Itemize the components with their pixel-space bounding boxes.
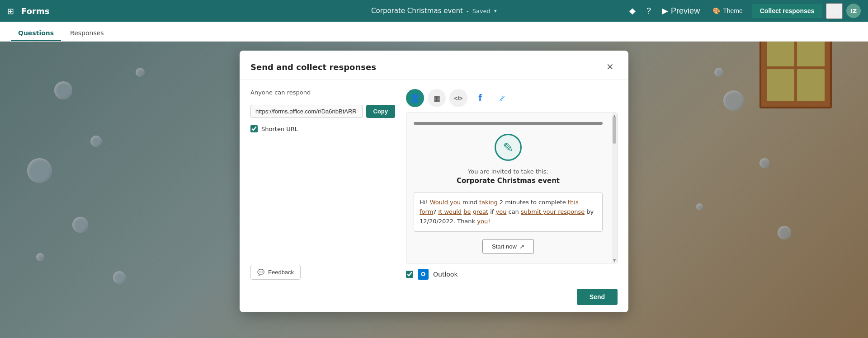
preview-icon: ▶ xyxy=(662,6,668,16)
avatar-initials: IZ xyxy=(850,8,857,14)
preview-top-bar xyxy=(414,122,603,125)
preview-button[interactable]: ▶ Preview xyxy=(658,4,703,18)
share-icons-row: 👤 ▦ </> f 𝕫 xyxy=(406,89,618,107)
theme-label: Theme xyxy=(723,7,743,14)
help-icon: ? xyxy=(646,6,651,16)
share-link-icon: 👤 xyxy=(410,93,420,103)
modal-header: Send and collect responses ✕ xyxy=(240,51,628,80)
grid-icon[interactable]: ⊞ xyxy=(7,6,14,16)
app-title: Forms xyxy=(21,6,49,16)
preview-scrollbar[interactable]: ▲ ▼ xyxy=(612,113,617,263)
send-row: Send xyxy=(240,289,628,312)
share-link-button[interactable]: 👤 xyxy=(406,89,424,107)
collect-responses-button[interactable]: Collect responses xyxy=(752,4,823,18)
tab-responses[interactable]: Responses xyxy=(63,25,111,41)
document-title-area: Corporate Christmas event - Saved ▾ xyxy=(371,7,497,15)
theme-button[interactable]: 🎨 Theme xyxy=(707,5,748,16)
outlook-row: O Outlook xyxy=(406,269,618,280)
shorten-url-label: Shorten URL xyxy=(261,126,298,132)
start-now-label: Start now xyxy=(492,243,517,250)
send-button[interactable]: Send xyxy=(577,289,618,305)
scrollbar-thumb[interactable] xyxy=(613,117,616,144)
share-qr-button[interactable]: ▦ xyxy=(428,89,446,107)
tab-questions[interactable]: Questions xyxy=(11,25,61,41)
modal-close-button[interactable]: ✕ xyxy=(603,60,618,74)
preview-label: Preview xyxy=(671,6,700,16)
message-link-great: great xyxy=(473,208,488,215)
message-link-submit: submit your response xyxy=(521,208,585,215)
send-label: Send xyxy=(590,293,605,300)
start-arrow-icon: ↗ xyxy=(519,243,524,250)
saved-label: Saved xyxy=(472,8,491,14)
message-link-you3: you xyxy=(477,218,488,225)
topbar-right-actions: ◆ ? ▶ Preview 🎨 Theme Collect responses … xyxy=(626,3,861,19)
document-title: Corporate Christmas event xyxy=(371,7,463,15)
message-link-you2: you xyxy=(495,208,506,215)
feedback-label: Feedback xyxy=(268,269,294,276)
message-link-taking: taking xyxy=(479,199,498,206)
message-link-be: be xyxy=(463,208,471,215)
main-content: Send and collect responses ✕ Anyone can … xyxy=(0,42,868,338)
share-facebook-button[interactable]: f xyxy=(471,89,489,107)
feedback-chat-icon: 💬 xyxy=(257,269,264,276)
share-label: Anyone can respond xyxy=(250,89,395,96)
preview-start-button[interactable]: Start now ↗ xyxy=(482,239,534,254)
more-icon: ··· xyxy=(830,6,838,16)
tabs-bar: Questions Responses xyxy=(0,22,868,42)
more-options-button[interactable]: ··· xyxy=(826,3,843,19)
modal-body: Anyone can respond Copy Shorten URL 💬 F xyxy=(240,80,628,289)
title-chevron-icon[interactable]: ▾ xyxy=(494,8,497,14)
avatar[interactable]: IZ xyxy=(846,4,861,18)
diamond-icon: ◆ xyxy=(629,6,636,16)
twitter-icon: 𝕫 xyxy=(499,92,505,104)
close-icon: ✕ xyxy=(606,62,614,72)
modal-right-panel: 👤 ▦ </> f 𝕫 xyxy=(406,89,618,280)
scroll-down-icon[interactable]: ▼ xyxy=(613,258,616,263)
help-button[interactable]: ? xyxy=(643,5,655,18)
url-input[interactable] xyxy=(250,105,363,118)
preview-event-title: Corporate Christmas event xyxy=(414,177,603,185)
share-twitter-button[interactable]: 𝕫 xyxy=(493,89,511,107)
topbar: ⊞ Forms Corporate Christmas event - Save… xyxy=(0,0,868,22)
copy-button[interactable]: Copy xyxy=(366,105,396,118)
modal-left-panel: Anyone can respond Copy Shorten URL 💬 F xyxy=(250,89,395,280)
shorten-url-checkbox[interactable] xyxy=(250,125,258,132)
preview-wrap: ▶ Preview xyxy=(658,4,703,18)
modal-overlay: Send and collect responses ✕ Anyone can … xyxy=(0,42,868,338)
pencil-icon: ✎ xyxy=(503,140,513,155)
palette-icon: 🎨 xyxy=(712,7,720,14)
diamond-button[interactable]: ◆ xyxy=(626,4,639,18)
shorten-url-row: Shorten URL xyxy=(250,125,395,132)
qr-code-icon: ▦ xyxy=(434,94,440,103)
outlook-icon: O xyxy=(418,269,429,280)
share-embed-button[interactable]: </> xyxy=(449,89,467,107)
modal-title: Send and collect responses xyxy=(250,62,376,72)
collect-responses-label: Collect responses xyxy=(760,7,815,14)
preview-frame: ✎ You are invited to take this: Corporat… xyxy=(406,113,618,263)
preview-content: ✎ You are invited to take this: Corporat… xyxy=(406,113,612,263)
outlook-icon-letter: O xyxy=(421,271,425,277)
preview-invited-text: You are invited to take this: xyxy=(414,168,603,175)
preview-message-box: Hi! Would you mind taking 2 minutes to c… xyxy=(414,192,603,232)
facebook-icon: f xyxy=(478,92,481,104)
embed-icon: </> xyxy=(454,95,463,102)
copy-label: Copy xyxy=(373,108,388,115)
feedback-button[interactable]: 💬 Feedback xyxy=(250,265,301,280)
message-link-you: Would you xyxy=(430,199,461,206)
outlook-checkbox[interactable] xyxy=(406,271,413,278)
url-row: Copy xyxy=(250,105,395,118)
outlook-label: Outlook xyxy=(433,271,458,278)
saved-indicator: - xyxy=(467,8,469,14)
send-collect-modal: Send and collect responses ✕ Anyone can … xyxy=(240,51,628,312)
preview-form-icon: ✎ xyxy=(495,134,522,161)
message-link-would: It would xyxy=(438,208,462,215)
